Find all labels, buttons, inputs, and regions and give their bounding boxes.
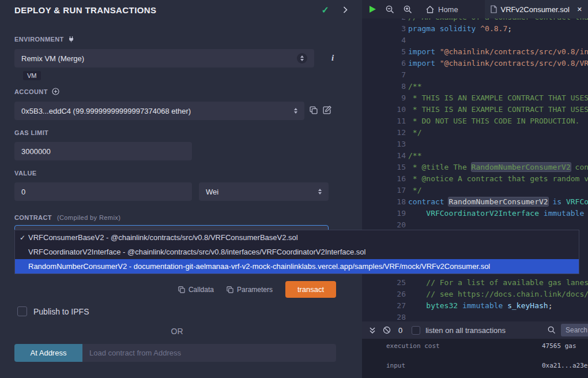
select-arrows-icon [297,53,307,63]
code-text: pragma solidity ^0.8.7; [408,23,588,35]
line-number: 19 [362,208,408,219]
code-line: 9 * THIS IS AN EXAMPLE CONTRACT THAT USE… [362,92,588,104]
code-line: 20 [362,219,588,231]
line-number: 6 [362,58,408,69]
info-icon[interactable]: i [331,53,334,63]
at-address-button[interactable]: At Address [14,344,82,362]
terminal-output: execution cost47565 gasinput0xa21...a23e [362,339,588,378]
clear-console-icon[interactable] [383,326,391,334]
code-editor[interactable]: 2// An example of a consumer contract th… [362,18,588,321]
code-text [408,35,588,46]
code-text: import "@chainlink/contracts/src/v0.8/VR… [408,58,588,69]
line-number: 7 [362,69,408,81]
listen-all-checkbox[interactable] [412,326,420,335]
code-text: * DO NOT USE THIS CODE IN PRODUCTION. [408,115,588,127]
option-label: VRFCoordinatorV2Interface - @chainlink/c… [28,248,365,256]
dropdown-option[interactable]: VRFCoordinatorV2Interface - @chainlink/c… [15,245,579,259]
dropdown-option[interactable]: ✓VRFConsumerBaseV2 - @chainlink/contract… [15,230,579,245]
pending-tx-count: 0 [398,326,402,335]
vm-badge: VM [23,71,41,80]
account-select[interactable]: 0x5B3...eddC4 (99.99999999999997374068 e… [14,102,304,120]
terminal-search-input[interactable] [561,324,588,336]
publish-row: Publish to IPFS [17,306,89,316]
line-number: 13 [362,139,408,150]
code-text: /** [408,150,588,162]
line-number: 11 [362,115,408,127]
contract-dropdown: ✓VRFConsumerBaseV2 - @chainlink/contract… [14,230,579,274]
parameters-button[interactable]: Parameters [227,286,273,294]
code-text: contract RandomNumberConsumerV2 is VRFCo… [408,196,588,208]
option-label: VRFConsumerBaseV2 - @chainlink/contracts… [28,233,298,242]
home-icon [426,6,434,13]
account-value: 0x5B3...eddC4 (99.99999999999997374068 e… [21,107,294,115]
close-icon[interactable]: ✕ [577,6,582,13]
chevron-right-icon[interactable] [343,6,348,13]
option-check-icon: ✓ [20,234,28,242]
tab-home[interactable]: Home [423,0,462,18]
listen-all-label: listen on all transactions [425,326,506,335]
gas-limit-input[interactable] [14,142,192,160]
terminal-toolbar: 0 listen on all transactions [362,321,588,339]
terminal-row-label: input [386,362,405,369]
page-title: DEPLOY & RUN TRANSACTIONS [14,5,322,15]
line-number: 14 [362,150,408,162]
code-line: 2// An example of a consumer contract th… [362,18,588,23]
publish-ipfs-checkbox[interactable] [17,306,27,316]
line-number: 10 [362,104,408,115]
line-number: 26 [362,289,408,300]
zoom-out-icon[interactable] [386,5,394,14]
terminal-row-value: 47565 gas [542,342,576,350]
code-text: // An example of a consumer contract tha… [408,18,588,23]
code-line: 18contract RandomNumberConsumerV2 is VRF… [362,196,588,208]
account-label: ACCOUNT [14,88,59,95]
copy-account-icon[interactable] [310,106,318,114]
code-text: * THIS IS AN EXAMPLE CONTRACT THAT USES … [408,92,588,104]
gas-limit-label: GAS LIMIT [14,129,48,136]
contract-note: (Compiled by Remix) [57,214,120,221]
code-line: 13 [362,139,588,150]
tab-active-file[interactable]: VRFv2Consumer.sol ✕ [485,0,588,18]
plug-icon [68,36,74,43]
value-unit-select[interactable]: Wei [199,182,329,201]
line-number: 28 [362,312,408,321]
parameters-label: Parameters [237,286,273,294]
code-line: 11 * DO NOT USE THIS CODE IN PRODUCTION. [362,115,588,127]
code-line: 10 * THIS IS AN EXAMPLE CONTRACT THAT US… [362,104,588,115]
tab-active-label: VRFv2Consumer.sol [501,5,570,14]
code-text: import "@chainlink/contracts/src/v0.8/in… [408,46,588,58]
dropdown-option[interactable]: RandomNumberConsumerV2 - documentation-g… [15,259,579,274]
code-line: 28 [362,312,588,321]
tab-home-label: Home [438,5,458,14]
calldata-button[interactable]: Calldata [178,286,214,294]
plus-circle-icon[interactable] [52,88,59,95]
value-label: VALUE [14,170,36,177]
code-line: 7 [362,69,588,81]
search-icon[interactable] [548,326,556,334]
line-number: 12 [362,127,408,139]
code-line: 15 * @title The RandomNumberConsumerV2 c… [362,162,588,173]
run-icon[interactable] [369,5,376,13]
line-number: 9 [362,92,408,104]
code-line: 25 // For a list of available gas lanes … [362,277,588,289]
code-text: VRFCoordinatorV2Interface immutable COOR… [408,208,588,219]
code-text: */ [408,127,588,139]
select-arrows-icon [318,189,322,194]
environment-select[interactable]: Remix VM (Merge) [14,49,314,68]
double-chevron-down-icon[interactable] [369,327,376,334]
code-line: 8/** [362,81,588,92]
zoom-in-icon[interactable] [404,5,412,14]
value-input[interactable] [14,182,192,201]
deploy-run-panel: DEPLOY & RUN TRANSACTIONS ✓ ENVIRONMENT … [0,0,362,378]
code-text: * THIS IS AN EXAMPLE CONTRACT THAT USES … [408,104,588,115]
line-number: 5 [362,46,408,58]
option-label: RandomNumberConsumerV2 - documentation-g… [28,262,490,271]
line-number: 25 [362,277,408,289]
transact-button[interactable]: transact [285,281,336,298]
calldata-label: Calldata [189,286,214,294]
line-number: 4 [362,35,408,46]
code-text [408,69,588,81]
at-address-input[interactable] [82,344,336,362]
code-line: 26 // see https://docs.chain.link/docs/v… [362,289,588,300]
line-number: 18 [362,196,408,208]
edit-account-icon[interactable] [323,106,331,114]
